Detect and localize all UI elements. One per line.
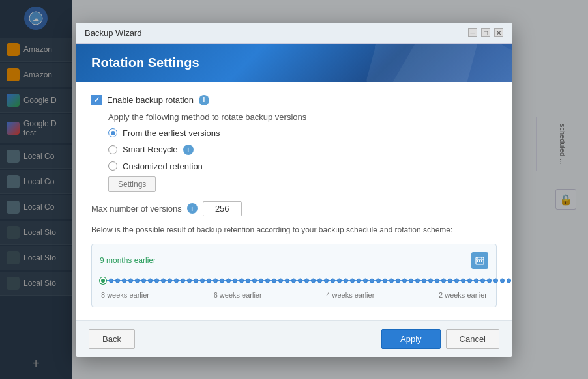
timeline-dot [350, 278, 355, 283]
timeline-dot [493, 278, 498, 283]
timeline-dot [331, 278, 335, 283]
cancel-button[interactable]: Cancel [446, 329, 499, 349]
timeline-dot [278, 278, 283, 283]
max-versions-info-icon[interactable]: i [187, 203, 198, 214]
timeline-dot [480, 278, 485, 283]
timeline-dot [454, 278, 459, 283]
radio-smart-recycle-button[interactable] [108, 145, 117, 154]
timeline-dot [161, 278, 166, 283]
timeline-label-8w: 8 weeks earlier [101, 291, 149, 299]
timeline-dot [324, 278, 329, 283]
enable-rotation-info-icon[interactable]: i [199, 95, 209, 105]
timeline-dot [448, 278, 452, 283]
timeline-header: 9 months earlier [100, 252, 488, 269]
timeline-dot [311, 278, 316, 283]
timeline-dot [252, 278, 257, 283]
modal-body: Enable backup rotation i Apply the follo… [76, 82, 512, 320]
radio-earliest-label: From the earliest versions [123, 128, 220, 138]
smart-recycle-info-icon[interactable]: i [183, 145, 194, 155]
enable-rotation-row: Enable backup rotation i [91, 95, 497, 105]
timeline-dot [402, 278, 407, 283]
enable-rotation-checkbox[interactable] [91, 95, 102, 105]
timeline-dot [115, 278, 120, 283]
timeline-dot [259, 278, 263, 283]
timeline-dot [467, 278, 472, 283]
timeline-dot [194, 278, 198, 283]
timeline-dot [272, 278, 276, 283]
modal-title: Backup Wizard [85, 28, 141, 38]
timeline-dot [409, 278, 413, 283]
timeline-dot [291, 278, 296, 283]
close-button[interactable]: ✕ [494, 28, 503, 37]
timeline-dot [500, 278, 505, 283]
modal-overlay: Backup Wizard ─ □ ✕ Rotation Settings En… [0, 0, 588, 379]
radio-smart-recycle[interactable]: Smart Recycle i [108, 145, 497, 155]
timeline-dots [109, 278, 486, 283]
timeline-dot [226, 278, 231, 283]
timeline-dot [337, 278, 342, 283]
timeline-dot [220, 278, 224, 283]
minimize-button[interactable]: ─ [468, 28, 477, 37]
timeline-dot [317, 278, 322, 283]
timeline-dot [383, 278, 387, 283]
titlebar-controls: ─ □ ✕ [468, 28, 503, 37]
timeline-dot [344, 278, 348, 283]
radio-earliest-versions[interactable]: From the earliest versions [108, 128, 497, 138]
modal-header-title: Rotation Settings [91, 55, 497, 70]
timeline-label-6w: 6 weeks earlier [214, 291, 262, 299]
radio-customized-retention[interactable]: Customized retention [108, 161, 497, 171]
timeline-label-2w: 2 weeks earlier [439, 291, 487, 299]
timeline-start-dot [100, 277, 106, 284]
method-label: Apply the following method to rotate bac… [108, 112, 497, 122]
footer-right: Apply Cancel [381, 329, 499, 349]
radio-customized-retention-button[interactable] [108, 161, 117, 171]
timeline-dot [422, 278, 426, 283]
timeline-dot [389, 278, 394, 283]
backup-wizard-modal: Backup Wizard ─ □ ✕ Rotation Settings En… [76, 23, 512, 357]
timeline-labels: 8 weeks earlier 6 weeks earlier 4 weeks … [100, 291, 488, 299]
timeline-dot [174, 278, 179, 283]
calendar-icon-button[interactable] [471, 252, 488, 269]
timeline-label-4w: 4 weeks earlier [326, 291, 374, 299]
modal-header: Rotation Settings [76, 44, 512, 82]
timeline-dot [441, 278, 446, 283]
max-versions-input[interactable] [203, 201, 242, 216]
timeline-dot [109, 278, 113, 283]
timeline-dot [207, 278, 211, 283]
timeline-dot [298, 278, 302, 283]
back-button[interactable]: Back [89, 329, 135, 349]
timeline-dot [200, 278, 205, 283]
timeline-dot [370, 278, 374, 283]
timeline-dot [181, 278, 185, 283]
timeline-dot [507, 278, 511, 283]
max-versions-row: Max number of versions i [91, 201, 497, 216]
modal-titlebar: Backup Wizard ─ □ ✕ [76, 23, 512, 44]
timeline-dot [428, 278, 433, 283]
timeline-dot [233, 278, 237, 283]
radio-earliest-versions-button[interactable] [108, 128, 117, 137]
maximize-button[interactable]: □ [481, 28, 490, 37]
svg-rect-8 [481, 260, 482, 262]
radio-customized-label: Customized retention [123, 161, 203, 171]
timeline-dot [285, 278, 289, 283]
timeline-dot [213, 278, 218, 283]
timeline-track [100, 274, 488, 287]
timeline-dot [474, 278, 478, 283]
result-description: Below is the possible result of backup r… [91, 224, 497, 236]
radio-smart-recycle-label: Smart Recycle [123, 145, 178, 154]
timeline-dot [168, 278, 172, 283]
apply-button[interactable]: Apply [381, 329, 441, 349]
rotation-method-radio-group: From the earliest versions Smart Recycle… [108, 128, 497, 171]
timeline-dot [415, 278, 420, 283]
timeline-dot [135, 278, 140, 283]
settings-button[interactable]: Settings [108, 176, 156, 192]
modal-footer: Back Apply Cancel [76, 320, 512, 357]
timeline-dot [239, 278, 244, 283]
timeline-dot [487, 278, 492, 283]
enable-rotation-label: Enable backup rotation [107, 95, 194, 105]
timeline-dot [154, 278, 159, 283]
timeline-dot [376, 278, 381, 283]
timeline-dot [461, 278, 465, 283]
timeline-dot [304, 278, 309, 283]
timeline-dot [435, 278, 439, 283]
